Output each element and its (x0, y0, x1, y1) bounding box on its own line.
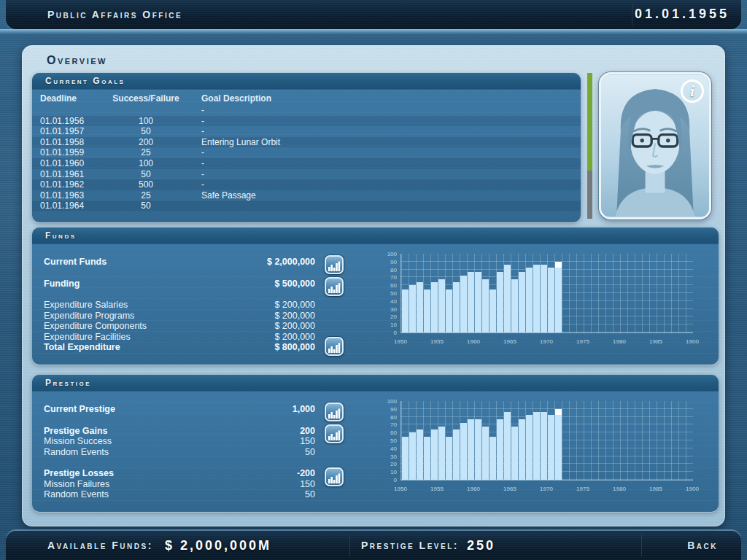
funds-history-chart: 0102030405060708090100195019551960196519… (381, 249, 702, 353)
chart-bar (460, 423, 467, 480)
finance-row-label: Prestige Losses (44, 468, 297, 479)
prestige-losses-chart-button[interactable] (325, 467, 344, 486)
prestige-gains-chart-button[interactable] (325, 424, 344, 443)
chart-bar (424, 289, 430, 332)
funds-header: Funds (32, 228, 719, 244)
chart-bar (482, 279, 489, 332)
finance-row-value: $ 200,000 (274, 300, 315, 311)
approval-rating-bar (587, 73, 592, 219)
goal-row: 01.01.195925- (32, 147, 581, 158)
finance-row-label: Random Events (44, 447, 305, 458)
x-axis-tick-label: 1950 (386, 338, 415, 345)
bar-chart-icon (328, 260, 341, 272)
funds-section: Funds Current Funds$ 2,000,000Funding$ 5… (32, 228, 719, 365)
goal-cell: 01.01.1957 (32, 126, 106, 137)
y-axis-tick-label: 60 (381, 429, 397, 436)
goal-cell: 01.01.1956 (32, 116, 106, 127)
x-axis-tick-label: 1900 (678, 338, 707, 345)
chart-plot-area (400, 254, 693, 333)
chart-bar (519, 419, 525, 480)
total-expenditure-chart-button[interactable] (325, 337, 344, 356)
current-funds-chart-button[interactable] (325, 255, 344, 274)
finance-row-value: $ 200,000 (274, 311, 315, 322)
finance-row: Funding$ 500,000 (44, 279, 315, 289)
y-axis-tick-label: 40 (381, 446, 397, 452)
chart-bar (424, 437, 430, 480)
y-axis-tick-label: 100 (381, 251, 397, 257)
chart-bar (460, 276, 467, 332)
overview-panel: Overview Current Goals DeadlineSuccess/F… (22, 45, 725, 526)
finance-row: Current Funds$ 2,000,000 (44, 257, 315, 268)
back-button[interactable]: Back (687, 540, 718, 551)
chart-bar (541, 265, 547, 332)
approval-rating-fill (587, 73, 592, 171)
x-axis-tick-label: 1980 (605, 486, 634, 492)
finance-row: Random Events50 (44, 447, 315, 458)
chart-bar (409, 285, 416, 332)
goal-row: - (32, 105, 581, 116)
chart-bar (402, 289, 409, 332)
x-axis-tick-label: 1965 (495, 338, 525, 345)
goals-column-header: Success/Failure (106, 92, 186, 105)
chart-bar (504, 412, 511, 480)
goal-cell (106, 105, 186, 116)
goal-cell: 200 (106, 137, 186, 148)
y-axis-tick-label: 20 (381, 314, 397, 320)
finance-row: Mission Failures150 (44, 479, 315, 490)
goal-cell: 50 (106, 169, 186, 180)
top-bar: Public Affairs Office 01.01.1955 (6, 0, 741, 29)
goal-row: 01.01.1958200Entering Lunar Orbit (32, 137, 581, 148)
current-goals-section: Current Goals DeadlineSuccess/FailureGoa… (32, 73, 581, 222)
finance-row: Mission Success150 (44, 436, 315, 447)
goal-cell (186, 201, 581, 211)
goals-table: DeadlineSuccess/FailureGoal Description-… (32, 92, 581, 211)
bar-chart-icon (328, 342, 341, 354)
chart-bar (453, 429, 460, 480)
finance-row-value: $ 500,000 (274, 279, 315, 289)
chart-bar (475, 272, 481, 332)
goal-row: 01.01.1962500- (32, 179, 581, 190)
y-axis-tick-label: 90 (381, 406, 397, 413)
finance-row: Prestige Losses-200 (44, 468, 315, 479)
x-axis-tick-label: 1985 (641, 486, 670, 492)
chart-bar (555, 409, 562, 480)
finance-row-value: 200 (300, 426, 315, 437)
goal-cell: 100 (106, 116, 186, 127)
y-axis-tick-label: 50 (381, 438, 397, 444)
chart-bar (511, 279, 518, 332)
available-funds-value: $ 2,000,000M (165, 538, 271, 553)
y-axis-tick-label: 20 (381, 461, 397, 467)
chart-bar (438, 427, 445, 480)
goal-row: 01.01.196325Safe Passage (32, 190, 581, 201)
finance-row-label: Random Events (44, 489, 305, 500)
y-axis-tick-label: 80 (381, 267, 397, 273)
goal-cell: 500 (106, 179, 186, 190)
funding-chart-button[interactable] (325, 277, 344, 296)
chart-bar (468, 419, 474, 480)
chart-bar (446, 289, 452, 332)
bar-chart-icon (328, 282, 341, 294)
goal-cell: - (186, 147, 581, 158)
goal-cell: 50 (106, 201, 186, 211)
bar-chart-icon (328, 472, 341, 484)
finance-row: Total Expenditure$ 800,000 (44, 342, 315, 353)
chart-bar-highlight-cap (555, 262, 562, 268)
finance-row-label: Expenditure Programs (44, 311, 274, 322)
current-prestige-chart-button[interactable] (325, 402, 344, 421)
chart-bar (548, 268, 554, 332)
x-axis-tick-label: 1975 (568, 486, 597, 492)
goal-cell: 01.01.1963 (32, 190, 106, 201)
chart-bar (526, 268, 533, 332)
x-axis-tick-label: 1975 (568, 338, 597, 345)
goal-cell: 01.01.1959 (32, 147, 106, 158)
chart-bar (417, 429, 423, 480)
y-axis-tick-label: 60 (381, 282, 397, 289)
info-icon[interactable]: i (681, 79, 704, 103)
chart-bar (541, 412, 547, 480)
finance-row-label: Expenditure Salaries (44, 300, 274, 311)
chart-bar (511, 427, 518, 480)
finance-row-value: 50 (305, 489, 315, 500)
x-axis-tick-label: 1970 (532, 486, 561, 492)
chart-bar (497, 419, 503, 480)
bar-chart-icon (328, 429, 341, 441)
